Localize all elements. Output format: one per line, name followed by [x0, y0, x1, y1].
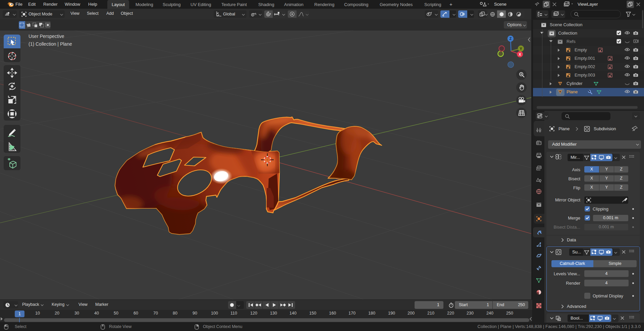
- svg-text:Y: Y: [520, 47, 522, 51]
- svg-text:Z: Z: [509, 37, 512, 41]
- svg-text:X: X: [519, 52, 521, 56]
